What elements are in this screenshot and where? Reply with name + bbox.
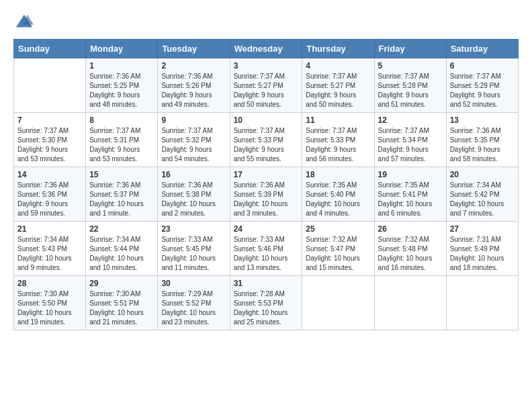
logo (13, 13, 34, 32)
day-number: 23 (161, 224, 226, 234)
day-header-saturday: Saturday (446, 40, 518, 58)
calendar-cell: 31Sunrise: 7:28 AMSunset: 5:53 PMDayligh… (230, 276, 302, 330)
day-number: 25 (306, 224, 370, 234)
day-number: 29 (89, 279, 154, 288)
day-number: 16 (161, 170, 226, 179)
day-number: 8 (89, 116, 154, 125)
calendar-cell: 30Sunrise: 7:29 AMSunset: 5:52 PMDayligh… (158, 276, 230, 330)
day-info: Sunrise: 7:34 AMSunset: 5:44 PMDaylight:… (89, 235, 154, 273)
day-info: Sunrise: 7:34 AMSunset: 5:43 PMDaylight:… (17, 235, 82, 273)
day-info: Sunrise: 7:37 AMSunset: 5:33 PMDaylight:… (306, 126, 370, 164)
day-number: 19 (378, 170, 443, 179)
calendar-cell: 14Sunrise: 7:36 AMSunset: 5:36 PMDayligh… (14, 167, 86, 222)
day-info: Sunrise: 7:36 AMSunset: 5:35 PMDaylight:… (450, 126, 515, 164)
day-number: 14 (17, 170, 82, 179)
calendar-cell: 21Sunrise: 7:34 AMSunset: 5:43 PMDayligh… (14, 222, 86, 276)
calendar-cell: 13Sunrise: 7:36 AMSunset: 5:35 PMDayligh… (446, 113, 518, 167)
day-info: Sunrise: 7:33 AMSunset: 5:46 PMDaylight:… (234, 235, 299, 273)
day-number: 22 (89, 224, 154, 234)
day-info: Sunrise: 7:35 AMSunset: 5:41 PMDaylight:… (378, 181, 443, 218)
day-info: Sunrise: 7:31 AMSunset: 5:49 PMDaylight:… (450, 235, 515, 273)
calendar-cell: 3Sunrise: 7:37 AMSunset: 5:27 PMDaylight… (230, 58, 302, 113)
calendar-cell (14, 58, 86, 113)
day-info: Sunrise: 7:36 AMSunset: 5:25 PMDaylight:… (89, 72, 154, 109)
calendar-cell: 15Sunrise: 7:36 AMSunset: 5:37 PMDayligh… (86, 167, 158, 222)
calendar-cell: 22Sunrise: 7:34 AMSunset: 5:44 PMDayligh… (86, 222, 158, 276)
day-number: 4 (306, 61, 370, 71)
calendar-body: 1Sunrise: 7:36 AMSunset: 5:25 PMDaylight… (14, 58, 519, 330)
day-info: Sunrise: 7:37 AMSunset: 5:28 PMDaylight:… (378, 72, 443, 109)
calendar-cell: 6Sunrise: 7:37 AMSunset: 5:29 PMDaylight… (446, 58, 518, 113)
day-info: Sunrise: 7:36 AMSunset: 5:36 PMDaylight:… (17, 181, 82, 218)
calendar-cell (374, 276, 446, 330)
calendar-header-row: SundayMondayTuesdayWednesdayThursdayFrid… (14, 40, 519, 58)
calendar-cell: 10Sunrise: 7:37 AMSunset: 5:33 PMDayligh… (230, 113, 302, 167)
day-number: 20 (450, 170, 515, 179)
day-info: Sunrise: 7:37 AMSunset: 5:32 PMDaylight:… (161, 126, 226, 164)
day-info: Sunrise: 7:37 AMSunset: 5:31 PMDaylight:… (89, 126, 154, 164)
day-number: 26 (378, 224, 443, 234)
calendar-week-3: 14Sunrise: 7:36 AMSunset: 5:36 PMDayligh… (14, 167, 519, 222)
calendar-cell (302, 276, 374, 330)
day-header-tuesday: Tuesday (158, 40, 230, 58)
day-number: 24 (234, 224, 299, 234)
calendar-cell: 29Sunrise: 7:30 AMSunset: 5:51 PMDayligh… (86, 276, 158, 330)
day-number: 9 (161, 116, 226, 125)
day-info: Sunrise: 7:36 AMSunset: 5:37 PMDaylight:… (89, 181, 154, 218)
day-number: 10 (234, 116, 299, 125)
day-info: Sunrise: 7:30 AMSunset: 5:50 PMDaylight:… (17, 289, 82, 327)
day-number: 17 (234, 170, 299, 179)
day-number: 18 (306, 170, 370, 179)
calendar-cell: 11Sunrise: 7:37 AMSunset: 5:33 PMDayligh… (302, 113, 374, 167)
calendar-cell: 25Sunrise: 7:32 AMSunset: 5:47 PMDayligh… (302, 222, 374, 276)
day-info: Sunrise: 7:33 AMSunset: 5:45 PMDaylight:… (161, 235, 226, 273)
calendar-table: SundayMondayTuesdayWednesdayThursdayFrid… (13, 39, 519, 330)
day-number: 15 (89, 170, 154, 179)
page-header (13, 13, 519, 32)
calendar-week-2: 7Sunrise: 7:37 AMSunset: 5:30 PMDaylight… (14, 113, 519, 167)
day-info: Sunrise: 7:36 AMSunset: 5:39 PMDaylight:… (234, 181, 299, 218)
day-number: 13 (450, 116, 515, 125)
calendar-week-4: 21Sunrise: 7:34 AMSunset: 5:43 PMDayligh… (14, 222, 519, 276)
calendar-cell: 26Sunrise: 7:32 AMSunset: 5:48 PMDayligh… (374, 222, 446, 276)
day-number: 31 (234, 279, 299, 288)
day-header-monday: Monday (86, 40, 158, 58)
day-info: Sunrise: 7:37 AMSunset: 5:34 PMDaylight:… (378, 126, 443, 164)
calendar-cell: 17Sunrise: 7:36 AMSunset: 5:39 PMDayligh… (230, 167, 302, 222)
day-number: 2 (161, 61, 226, 71)
day-number: 6 (450, 61, 515, 71)
day-info: Sunrise: 7:32 AMSunset: 5:48 PMDaylight:… (378, 235, 443, 273)
day-number: 30 (161, 279, 226, 288)
day-header-thursday: Thursday (302, 40, 374, 58)
day-info: Sunrise: 7:35 AMSunset: 5:40 PMDaylight:… (306, 181, 370, 218)
calendar-cell: 7Sunrise: 7:37 AMSunset: 5:30 PMDaylight… (14, 113, 86, 167)
day-number: 11 (306, 116, 370, 125)
day-number: 27 (450, 224, 515, 234)
calendar-cell: 4Sunrise: 7:37 AMSunset: 5:27 PMDaylight… (302, 58, 374, 113)
day-info: Sunrise: 7:29 AMSunset: 5:52 PMDaylight:… (161, 289, 226, 327)
calendar-week-5: 28Sunrise: 7:30 AMSunset: 5:50 PMDayligh… (14, 276, 519, 330)
calendar-cell: 5Sunrise: 7:37 AMSunset: 5:28 PMDaylight… (374, 58, 446, 113)
day-number: 3 (234, 61, 299, 71)
day-info: Sunrise: 7:37 AMSunset: 5:27 PMDaylight:… (306, 72, 370, 109)
day-number: 5 (378, 61, 443, 71)
calendar-cell: 28Sunrise: 7:30 AMSunset: 5:50 PMDayligh… (14, 276, 86, 330)
day-header-wednesday: Wednesday (230, 40, 302, 58)
calendar-cell: 24Sunrise: 7:33 AMSunset: 5:46 PMDayligh… (230, 222, 302, 276)
day-number: 28 (17, 279, 82, 288)
day-header-friday: Friday (374, 40, 446, 58)
day-number: 12 (378, 116, 443, 125)
day-info: Sunrise: 7:34 AMSunset: 5:42 PMDaylight:… (450, 181, 515, 218)
calendar-cell: 23Sunrise: 7:33 AMSunset: 5:45 PMDayligh… (158, 222, 230, 276)
logo-icon (15, 13, 34, 32)
day-info: Sunrise: 7:36 AMSunset: 5:38 PMDaylight:… (161, 181, 226, 218)
calendar-cell: 27Sunrise: 7:31 AMSunset: 5:49 PMDayligh… (446, 222, 518, 276)
calendar-cell: 18Sunrise: 7:35 AMSunset: 5:40 PMDayligh… (302, 167, 374, 222)
day-number: 21 (17, 224, 82, 234)
calendar-week-1: 1Sunrise: 7:36 AMSunset: 5:25 PMDaylight… (14, 58, 519, 113)
calendar-cell: 1Sunrise: 7:36 AMSunset: 5:25 PMDaylight… (86, 58, 158, 113)
calendar-cell: 8Sunrise: 7:37 AMSunset: 5:31 PMDaylight… (86, 113, 158, 167)
day-info: Sunrise: 7:36 AMSunset: 5:26 PMDaylight:… (161, 72, 226, 109)
day-info: Sunrise: 7:32 AMSunset: 5:47 PMDaylight:… (306, 235, 370, 273)
day-info: Sunrise: 7:28 AMSunset: 5:53 PMDaylight:… (234, 289, 299, 327)
